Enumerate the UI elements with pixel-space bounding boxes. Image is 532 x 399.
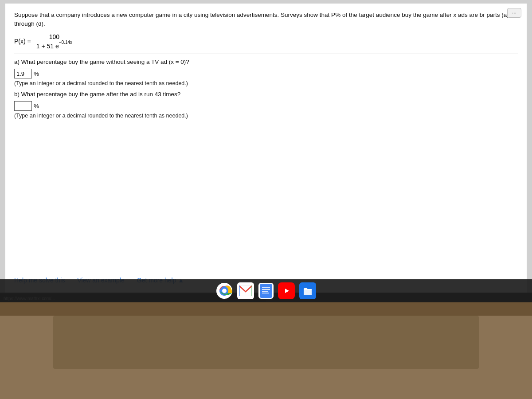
youtube-svg (280, 286, 293, 295)
formula-fraction: 100 1 + 51 e−0.14x (35, 33, 74, 50)
formula-block: P(x) = 100 1 + 51 e−0.14x (14, 33, 518, 50)
formula-exponent: −0.14x (59, 40, 72, 45)
svg-rect-10 (262, 291, 268, 292)
part-a-question: a) What percentage buy the game without … (14, 59, 518, 65)
laptop-base (0, 302, 532, 399)
part-b-section: b) What percentage buy the game after th… (14, 91, 518, 119)
part-a-percent: % (34, 70, 39, 77)
taskbar-youtube-icon[interactable] (278, 282, 295, 299)
taskbar-gmail-icon[interactable] (237, 282, 254, 299)
svg-rect-15 (304, 289, 312, 295)
part-b-question: b) What percentage buy the game after th… (14, 91, 518, 98)
taskbar-chrome-icon[interactable] (216, 282, 233, 299)
more-options-button[interactable]: ··· (507, 8, 521, 18)
part-b-input[interactable] (14, 101, 32, 111)
chrome-svg (216, 283, 232, 299)
part-a-input[interactable] (14, 69, 32, 78)
part-a-answer-row: % (14, 69, 518, 78)
taskbar (0, 279, 532, 302)
svg-rect-9 (262, 289, 270, 290)
taskbar-files-icon[interactable] (299, 282, 316, 299)
laptop-hinge (0, 302, 532, 316)
screen: ··· Suppose that a company introduces a … (0, 0, 532, 293)
formula-label: P(x) = (14, 38, 31, 45)
problem-intro: Suppose that a company introduces a new … (14, 11, 518, 29)
files-svg (301, 285, 314, 297)
formula-denominator: 1 + 51 e−0.14x (35, 41, 74, 50)
part-b-instruction: (Type an integer or a decimal rounded to… (14, 113, 518, 119)
gmail-svg (239, 286, 252, 296)
svg-rect-11 (262, 293, 269, 293)
svg-point-3 (222, 289, 227, 293)
part-a-section: a) What percentage buy the game without … (14, 59, 518, 86)
svg-rect-8 (262, 287, 270, 288)
part-b-answer-row: % (14, 101, 518, 111)
part-b-percent: % (34, 103, 39, 110)
part-a-instruction: (Type an integer or a decimal rounded to… (14, 80, 518, 86)
taskbar-docs-icon[interactable] (258, 283, 274, 299)
laptop-keyboard (53, 316, 479, 369)
divider (14, 54, 518, 54)
content-area: ··· Suppose that a company introduces a … (5, 4, 527, 293)
docs-svg (260, 284, 272, 298)
